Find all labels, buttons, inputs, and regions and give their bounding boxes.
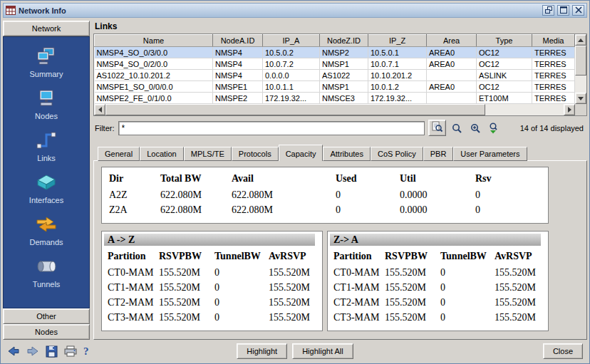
scroll-down-button[interactable] — [575, 93, 586, 104]
table-row[interactable]: NMSPE2_FE_0/1/0.0NMSPE2172.19.32...NMSCE… — [95, 93, 575, 104]
maximize-button[interactable] — [557, 5, 569, 16]
titlebar[interactable]: Network Info — [3, 3, 587, 18]
table-cell: OC12 — [477, 81, 532, 93]
restore-button[interactable] — [542, 5, 554, 16]
tab-pbr[interactable]: PBR — [423, 147, 454, 161]
table-cell: AS1022_10.10.201.2 — [95, 70, 213, 81]
table-cell: NMSP2 — [320, 47, 368, 58]
column-header[interactable]: NodeA.ID — [213, 35, 263, 47]
table-cell: 172.19.32... — [368, 93, 427, 104]
close-dialog-button[interactable]: Close — [543, 343, 583, 359]
scroll-right-button[interactable] — [564, 104, 575, 115]
scroll-left-button[interactable] — [94, 104, 105, 115]
tab-capacity[interactable]: Capacity — [279, 145, 324, 161]
footer-center-buttons: Highlight Highlight All — [237, 343, 353, 359]
table-cell: 155.520M — [269, 265, 322, 280]
table-cell: CT3-MAM — [102, 310, 159, 325]
table-cell: 0 — [440, 265, 495, 280]
close-button[interactable] — [572, 5, 584, 16]
table-cell: NMSPE1_SO_0/0/0.0 — [95, 81, 213, 93]
sidebar-item-tunnels[interactable]: Tunnels — [33, 257, 61, 288]
horizontal-scrollbar-thumb[interactable] — [105, 104, 485, 115]
table-row[interactable]: NMSP4_SO_0/3/0.0NMSP410.5.0.2NMSP210.5.0… — [95, 47, 575, 58]
column-header[interactable]: Name — [95, 35, 213, 47]
sidebar-item-nodes[interactable]: Nodes — [35, 89, 58, 120]
nodes-accordion-button[interactable]: Nodes — [3, 324, 90, 340]
az-partition-box: A -> Z PartitionRSVPBWTunnelBWAvRSVPCT0-… — [101, 231, 323, 331]
tab-attributes[interactable]: Attributes — [323, 147, 370, 161]
help-icon[interactable]: ? — [83, 345, 89, 358]
interfaces-icon — [36, 173, 57, 193]
table-cell: 622.080M — [232, 187, 336, 202]
vertical-scrollbar-thumb[interactable] — [575, 46, 586, 76]
links-table-container: NameNodeA.IDIP_ANodeZ.IDIP_ZAreaTypeMedi… — [93, 33, 587, 116]
apply-filter-icon[interactable] — [487, 120, 502, 135]
table-row: Z2A622.080M622.080M00.00000 — [102, 202, 548, 217]
tab-protocols[interactable]: Protocols — [232, 147, 279, 161]
table-cell: 622.080M — [160, 202, 232, 217]
tab-cos-policy[interactable]: CoS Policy — [371, 147, 423, 161]
arrow-left-icon — [98, 107, 102, 113]
sidebar-item-summary[interactable]: Summary — [29, 47, 63, 78]
column-header[interactable]: Type — [477, 35, 532, 47]
horizontal-scrollbar[interactable] — [94, 104, 575, 115]
arrow-down-icon — [578, 97, 584, 100]
table-row[interactable]: NMSP4_SO_0/2/0.0NMSP410.0.7.2NMSP110.0.7… — [95, 58, 575, 70]
table-cell: ET100M — [477, 93, 532, 104]
table-cell: CT0-MAM — [102, 265, 159, 280]
table-cell: 0.0000 — [400, 202, 475, 217]
table-cell: NMSP1 — [320, 58, 368, 70]
column-header[interactable]: NodeZ.ID — [320, 35, 368, 47]
column-header[interactable]: Area — [427, 35, 477, 47]
table-cell: 0 — [475, 202, 548, 217]
tab-general[interactable]: General — [98, 147, 140, 161]
search-icon[interactable] — [450, 120, 465, 135]
table-cell: 10.0.7.1 — [368, 58, 427, 70]
tunnels-icon — [36, 257, 57, 277]
network-accordion-button[interactable]: Network — [3, 21, 90, 36]
table-cell: CT3-MAM — [328, 310, 385, 325]
table-cell: 0 — [336, 202, 400, 217]
table-cell: 0 — [475, 187, 548, 202]
footer-bar: ? Highlight Highlight All Close — [3, 340, 587, 361]
table-cell: 155.520M — [159, 265, 214, 280]
table-cell: AS1022 — [320, 70, 368, 81]
column-header[interactable]: IP_A — [263, 35, 320, 47]
table-cell: ASLINK — [477, 70, 532, 81]
sidebar-item-label: Links — [37, 154, 56, 162]
column-header[interactable]: IP_Z — [368, 35, 427, 47]
forward-icon[interactable] — [26, 345, 39, 357]
save-icon[interactable] — [46, 345, 58, 358]
table-cell: 622.080M — [160, 187, 232, 202]
table-cell: 155.520M — [385, 265, 440, 280]
footer-icons: ? — [7, 345, 237, 358]
highlight-all-button[interactable]: Highlight All — [292, 343, 353, 359]
tab-user-parameters[interactable]: User Parameters — [453, 147, 527, 161]
other-accordion-button[interactable]: Other — [3, 308, 90, 324]
main-panel: Links NameNodeA.IDIP_ANodeZ.IDIP_ZAreaTy… — [93, 21, 587, 340]
vertical-scrollbar[interactable] — [575, 34, 586, 104]
scroll-up-button[interactable] — [575, 34, 586, 46]
table-cell: NMSP4 — [213, 70, 263, 81]
highlight-button[interactable]: Highlight — [237, 343, 287, 359]
za-partition-table: PartitionRSVPBWTunnelBWAvRSVPCT0-MAM155.… — [328, 248, 548, 325]
back-icon[interactable] — [7, 345, 20, 357]
tab-location[interactable]: Location — [140, 147, 184, 161]
tab-mpls-te[interactable]: MPLS/TE — [184, 147, 232, 161]
table-cell: 155.520M — [495, 280, 548, 295]
table-cell: NMSP4 — [213, 47, 263, 58]
table-row[interactable]: NMSPE1_SO_0/0/0.0NMSPE110.0.1.1NMSP110.0… — [95, 81, 575, 93]
zoom-in-icon[interactable] — [468, 120, 483, 135]
column-header[interactable]: Media — [532, 35, 575, 47]
table-row[interactable]: AS1022_10.10.201.2NMSP40.0.0.0AS102210.1… — [95, 70, 575, 81]
print-icon[interactable] — [64, 345, 77, 357]
column-header: Util — [400, 170, 475, 187]
sidebar-item-links[interactable]: Links — [36, 131, 57, 162]
sidebar-item-interfaces[interactable]: Interfaces — [29, 173, 63, 204]
column-header: Partition — [328, 248, 385, 265]
sidebar-item-demands[interactable]: Demands — [29, 215, 63, 246]
filter-input[interactable] — [118, 121, 425, 135]
table-row: A2Z622.080M622.080M00.00000 — [102, 187, 548, 202]
table-cell: NMSP4_SO_0/2/0.0 — [95, 58, 213, 70]
search-table-button[interactable] — [428, 120, 446, 136]
